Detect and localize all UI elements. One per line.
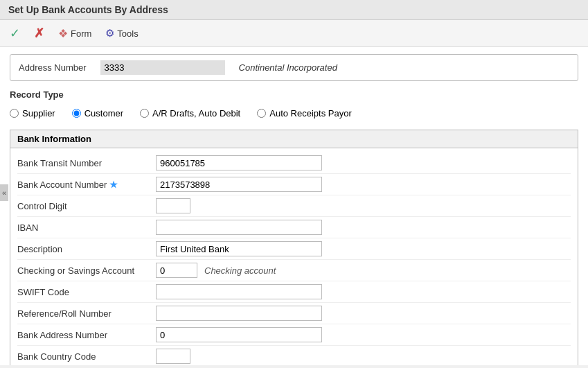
field-checking-savings: Checking or Savings Account Checking acc… xyxy=(17,260,571,281)
radio-supplier-input[interactable] xyxy=(10,109,19,118)
radio-auto-receipts-label: Auto Receipts Payor xyxy=(269,108,352,119)
bank-country-label: Bank Country Code xyxy=(17,351,156,362)
form-label: Form xyxy=(71,28,91,39)
radio-customer-label: Customer xyxy=(84,108,123,119)
radio-supplier-label: Supplier xyxy=(22,108,55,119)
control-digit-label: Control Digit xyxy=(17,201,156,211)
field-bank-address: Bank Address Number xyxy=(17,324,571,346)
address-section: Address Number Continental Incorporated xyxy=(10,54,578,81)
field-control-digit: Control Digit xyxy=(17,195,571,217)
radio-ar-drafts-label: A/R Drafts, Auto Debit xyxy=(152,108,240,119)
radio-auto-receipts[interactable]: Auto Receipts Payor xyxy=(257,108,352,119)
page-title: Set Up Bank Accounts By Address xyxy=(8,4,168,15)
check-icon: ✓ xyxy=(10,26,20,41)
form-icon: ❖ xyxy=(58,27,68,40)
control-digit-input[interactable] xyxy=(156,198,190,213)
form-button[interactable]: ❖ Form xyxy=(55,26,94,42)
bank-address-label: Bank Address Number xyxy=(17,330,156,340)
bank-country-input[interactable] xyxy=(156,349,190,364)
swift-code-label: SWIFT Code xyxy=(17,287,156,297)
radio-auto-receipts-input[interactable] xyxy=(257,109,266,118)
radio-ar-drafts[interactable]: A/R Drafts, Auto Debit xyxy=(140,108,240,119)
content-area: Address Number Continental Incorporated … xyxy=(0,47,588,365)
bank-transit-label: Bank Transit Number xyxy=(17,158,156,168)
record-type-header: Record Type xyxy=(10,89,578,100)
reference-roll-input[interactable] xyxy=(156,306,322,321)
swift-code-input[interactable] xyxy=(156,284,322,299)
field-bank-transit: Bank Transit Number xyxy=(17,152,571,174)
radio-supplier[interactable]: Supplier xyxy=(10,108,55,119)
tools-label: Tools xyxy=(117,28,138,39)
address-number-label: Address Number xyxy=(19,62,87,73)
field-reference-roll: Reference/Roll Number xyxy=(17,303,571,324)
tools-icon: ⚙ xyxy=(105,27,114,40)
iban-input[interactable] xyxy=(156,220,322,235)
description-label: Description xyxy=(17,244,156,254)
title-bar: Set Up Bank Accounts By Address xyxy=(0,0,588,20)
radio-customer[interactable]: Customer xyxy=(72,108,123,119)
address-number-input[interactable] xyxy=(100,60,225,75)
record-type-section: Record Type Supplier Customer A/R Drafts… xyxy=(10,89,578,123)
bank-account-input[interactable] xyxy=(156,177,322,192)
radio-ar-drafts-input[interactable] xyxy=(140,109,149,118)
checking-savings-label: Checking or Savings Account xyxy=(17,265,156,276)
checking-account-note: Checking account xyxy=(204,265,276,276)
cancel-button[interactable]: ✗ xyxy=(31,24,47,42)
tools-button[interactable]: ⚙ Tools xyxy=(103,26,141,41)
field-description: Description xyxy=(17,238,571,260)
bank-info-section: Bank Information Bank Transit Number Ban… xyxy=(10,130,578,365)
field-iban: IBAN xyxy=(17,217,571,238)
record-type-radio-group: Supplier Customer A/R Drafts, Auto Debit… xyxy=(10,104,578,123)
bank-account-label: Bank Account Number ★ xyxy=(17,179,156,190)
side-arrows[interactable]: « xyxy=(0,184,8,201)
checking-savings-input[interactable] xyxy=(156,263,197,278)
field-swift-code: SWIFT Code xyxy=(17,281,571,303)
toolbar: ✓ ✗ ❖ Form ⚙ Tools xyxy=(0,20,588,47)
save-button[interactable]: ✓ xyxy=(7,24,23,42)
iban-label: IBAN xyxy=(17,222,156,233)
company-name: Continental Incorporated xyxy=(239,62,337,73)
bank-fields: Bank Transit Number Bank Account Number … xyxy=(10,148,578,365)
x-icon: ✗ xyxy=(34,26,44,41)
field-bank-country: Bank Country Code xyxy=(17,346,571,365)
field-bank-account: Bank Account Number ★ xyxy=(17,174,571,195)
reference-roll-label: Reference/Roll Number xyxy=(17,308,156,319)
radio-customer-input[interactable] xyxy=(72,109,81,118)
description-input[interactable] xyxy=(156,241,322,256)
bank-transit-input[interactable] xyxy=(156,155,322,170)
bank-address-input[interactable] xyxy=(156,327,322,342)
bank-info-header: Bank Information xyxy=(10,130,578,148)
required-star: ★ xyxy=(109,179,118,190)
